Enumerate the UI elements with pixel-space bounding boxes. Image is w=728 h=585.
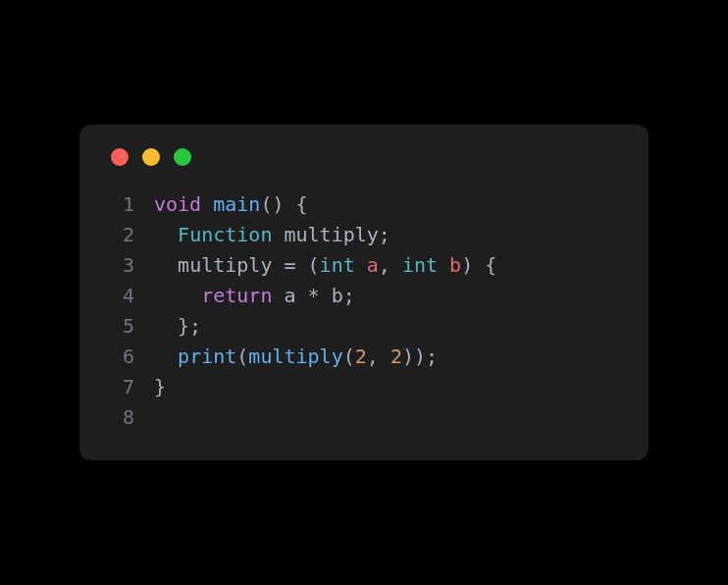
line-number: 2 bbox=[107, 220, 134, 250]
code-content: }; bbox=[154, 311, 201, 342]
code-line: 2 Function multiply; bbox=[107, 220, 621, 250]
line-number: 1 bbox=[107, 189, 134, 220]
code-line: 5 }; bbox=[107, 311, 621, 342]
code-token: * bbox=[308, 284, 320, 307]
line-number: 8 bbox=[107, 402, 134, 433]
code-content: return a * b; bbox=[154, 281, 355, 311]
code-token: , bbox=[379, 253, 402, 277]
code-token: multiply bbox=[284, 223, 378, 246]
code-line: 7} bbox=[107, 372, 621, 402]
maximize-icon[interactable] bbox=[174, 148, 191, 166]
code-token: print bbox=[178, 345, 236, 368]
code-line: 1void main() { bbox=[107, 189, 621, 220]
code-token bbox=[154, 345, 178, 368]
code-token: int bbox=[320, 253, 355, 277]
code-token: main bbox=[213, 192, 260, 216]
line-number: 3 bbox=[107, 250, 134, 281]
code-token: return bbox=[201, 284, 272, 307]
close-icon[interactable] bbox=[111, 148, 129, 166]
code-content bbox=[154, 402, 166, 433]
code-token: b bbox=[449, 253, 461, 277]
code-token: ( bbox=[343, 345, 355, 368]
code-token: 2 bbox=[390, 345, 402, 368]
code-line: 6 print(multiply(2, 2)); bbox=[107, 342, 621, 372]
code-token bbox=[154, 253, 178, 277]
code-token bbox=[154, 223, 178, 246]
line-number: 4 bbox=[107, 281, 134, 311]
code-token: ) { bbox=[461, 253, 496, 277]
code-token: , bbox=[367, 345, 390, 368]
line-number: 6 bbox=[107, 342, 134, 372]
code-token: a bbox=[272, 284, 307, 307]
code-token: a bbox=[367, 253, 379, 277]
code-token: 2 bbox=[355, 345, 367, 368]
line-number: 7 bbox=[107, 372, 134, 402]
code-token: ( bbox=[236, 345, 248, 368]
code-token: Function bbox=[178, 223, 272, 246]
code-editor-window: 1void main() {2 Function multiply;3 mult… bbox=[79, 125, 649, 460]
code-token: int bbox=[402, 253, 438, 277]
code-token bbox=[438, 253, 449, 277]
code-token: } bbox=[154, 375, 166, 399]
code-token bbox=[355, 253, 367, 277]
code-token: ( bbox=[296, 253, 320, 277]
code-content: Function multiply; bbox=[154, 220, 390, 250]
code-token: )); bbox=[402, 345, 438, 368]
code-area[interactable]: 1void main() {2 Function multiply;3 mult… bbox=[107, 189, 621, 433]
code-line: 8 bbox=[107, 402, 621, 433]
code-token: multiply bbox=[248, 345, 342, 368]
code-token: void bbox=[154, 192, 201, 216]
code-token bbox=[272, 253, 284, 277]
code-token bbox=[201, 192, 213, 216]
code-token: multiply bbox=[178, 253, 272, 277]
code-token: = bbox=[284, 253, 295, 277]
code-content: print(multiply(2, 2)); bbox=[154, 342, 438, 372]
code-token: () { bbox=[260, 192, 307, 216]
code-content: } bbox=[154, 372, 166, 402]
window-controls bbox=[107, 148, 621, 166]
code-content: void main() { bbox=[154, 189, 308, 220]
code-line: 3 multiply = (int a, int b) { bbox=[107, 250, 621, 281]
code-token: ; bbox=[379, 223, 390, 246]
code-line: 4 return a * b; bbox=[107, 281, 621, 311]
code-token bbox=[272, 223, 284, 246]
code-token: }; bbox=[154, 314, 201, 338]
code-token bbox=[154, 284, 201, 307]
line-number: 5 bbox=[107, 311, 134, 342]
code-token: b; bbox=[320, 284, 355, 307]
minimize-icon[interactable] bbox=[142, 148, 160, 166]
code-content: multiply = (int a, int b) { bbox=[154, 250, 496, 281]
